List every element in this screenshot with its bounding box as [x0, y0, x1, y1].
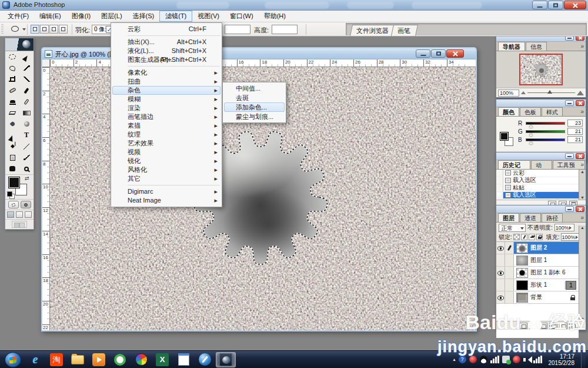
tool-button[interactable] [5, 74, 19, 85]
height-input[interactable] [272, 25, 298, 34]
layer-row[interactable]: 图层 1 [496, 254, 579, 267]
tool-button[interactable] [5, 62, 19, 74]
layer-name[interactable]: 图层 2 [530, 244, 579, 252]
tool-button[interactable] [5, 107, 19, 118]
palette-menu-chevron[interactable]: » [580, 108, 584, 115]
zoom-out-icon[interactable] [521, 91, 526, 94]
scroll-down-icon[interactable]: ▼ [580, 195, 584, 200]
history-source-column[interactable] [496, 177, 503, 184]
visibility-toggle[interactable] [496, 242, 505, 254]
layer-thumbnail[interactable] [516, 280, 528, 290]
taskbar-clock[interactable]: 17:17 2015/2/28 [545, 353, 579, 366]
jump-to-imageready-button[interactable] [12, 221, 27, 228]
tray-expand-icon[interactable]: ▴ [453, 357, 455, 362]
filter-menu-item[interactable]: 云彩 Ctrl+F [111, 25, 222, 34]
palette-tab[interactable]: 通道 [520, 213, 541, 222]
menu-bar-item[interactable]: 视图(V) [192, 11, 225, 22]
standard-screen-button[interactable] [7, 211, 14, 218]
vector-mask-thumbnail[interactable]: 1 [566, 281, 576, 290]
filter-menu-item[interactable]: 风格化 ▶ [111, 165, 222, 174]
fill-value[interactable]: 100% [561, 233, 581, 241]
submenu-item[interactable]: 添加杂色... [224, 102, 285, 112]
width-input[interactable] [225, 25, 250, 34]
taskbar-internet-explorer[interactable]: e [25, 352, 45, 367]
filter-menu-item[interactable]: 液化(L)... Shift+Ctrl+X [111, 47, 222, 55]
layer-name[interactable]: 图层 1 [530, 256, 579, 264]
filter-menu-item[interactable]: 视频 ▶ [111, 148, 222, 157]
filter-menu-item[interactable] [111, 64, 222, 68]
show-desktop-button[interactable] [581, 351, 586, 368]
tool-button[interactable] [19, 85, 34, 96]
tool-button[interactable] [5, 163, 19, 174]
history-scrollbar[interactable]: ▲ ▼ [579, 170, 586, 200]
layer-name[interactable]: 形状 1 [530, 281, 566, 289]
layer-thumbnail[interactable] [516, 268, 528, 278]
history-state-row[interactable]: 云彩 [496, 170, 579, 177]
menu-bar-item[interactable]: 窗口(W) [225, 11, 259, 22]
history-source-column[interactable] [496, 192, 503, 199]
palette-tab[interactable]: 导航器 [498, 42, 525, 51]
maximize-button[interactable] [548, 1, 563, 9]
scroll-down-icon[interactable]: ▼ [580, 317, 584, 321]
tray-network-icon[interactable] [533, 356, 542, 363]
options-bar-grip[interactable] [1, 24, 4, 35]
photoshop-banner[interactable] [5, 38, 34, 51]
history-state-row[interactable]: 载入选区 [496, 192, 579, 200]
lock-all-icon[interactable] [536, 234, 543, 240]
layer-row[interactable]: 图层 2 [496, 242, 579, 254]
navigator-zoom-value[interactable]: 100% [498, 89, 519, 97]
foreground-color-swatch[interactable] [500, 132, 509, 141]
layer-row[interactable]: 形状 1 1 [496, 279, 579, 291]
standard-mode-button[interactable] [8, 201, 19, 208]
submenu-item[interactable]: 蒙尘与划痕... [223, 112, 286, 121]
layer-thumbnail[interactable] [516, 293, 528, 303]
layers-scrollbar[interactable]: ▲ ▼ [579, 226, 586, 321]
channel-slider[interactable] [526, 122, 565, 125]
taskbar-media-player[interactable] [89, 352, 109, 367]
tool-button[interactable] [5, 130, 19, 141]
visibility-toggle[interactable] [496, 291, 505, 303]
channel-slider-handle[interactable] [529, 125, 533, 128]
tool-button[interactable] [5, 152, 19, 163]
new-group-button[interactable] [549, 323, 557, 329]
visibility-toggle[interactable] [496, 279, 505, 291]
delete-layer-button[interactable] [569, 323, 577, 329]
palette-tab[interactable]: 历史记录 [498, 160, 530, 169]
lock-position-icon[interactable] [529, 234, 535, 240]
palette-minimize-button[interactable] [565, 153, 574, 159]
channel-slider-handle[interactable] [529, 133, 533, 136]
menu-bar-item[interactable]: 选择(S) [128, 11, 160, 22]
tool-button[interactable] [19, 96, 34, 107]
layer-thumbnail[interactable] [516, 243, 528, 253]
scroll-up-icon[interactable]: ▲ [580, 170, 584, 174]
palette-minimize-button[interactable] [565, 100, 574, 106]
taskbar-taobao[interactable]: 淘 [46, 352, 66, 367]
start-button[interactable] [5, 352, 21, 367]
tool-button[interactable] [19, 107, 34, 118]
tool-button[interactable] [19, 74, 34, 85]
default-colors-icon[interactable] [7, 191, 14, 198]
subtract-selection-button[interactable] [49, 25, 58, 34]
taskbar-360-browser[interactable] [131, 352, 151, 367]
palette-tab[interactable]: 样式 [542, 107, 563, 116]
scroll-up-icon[interactable]: ▲ [580, 226, 584, 230]
document-maximize-button[interactable] [431, 49, 446, 58]
channel-value[interactable]: 21 [567, 136, 583, 143]
palette-tab[interactable]: 动作 [531, 160, 552, 169]
blend-mode-select[interactable]: 正常 [499, 224, 526, 232]
taskbar-green-app[interactable] [110, 352, 130, 367]
channel-slider[interactable] [526, 130, 565, 133]
filter-menu-item[interactable]: 模糊 ▶ [111, 95, 222, 104]
zoom-slider[interactable] [527, 92, 575, 93]
layer-thumbnail[interactable] [516, 256, 528, 266]
tool-button[interactable] [19, 118, 34, 130]
tool-button[interactable] [19, 62, 34, 74]
history-state-row[interactable]: 粘贴 [496, 184, 579, 192]
filter-menu-item[interactable]: 图案生成器(P)... Alt+Shift+Ctrl+X [111, 55, 222, 64]
tool-button[interactable] [5, 51, 19, 62]
document-minimize-button[interactable] [416, 49, 430, 58]
filter-menu-item[interactable]: 像素化 ▶ [111, 68, 222, 77]
filter-menu-item[interactable]: Neat Image ▶ [111, 196, 222, 205]
palette-close-button[interactable] [576, 206, 584, 212]
tray-volume-icon[interactable] [523, 356, 530, 363]
